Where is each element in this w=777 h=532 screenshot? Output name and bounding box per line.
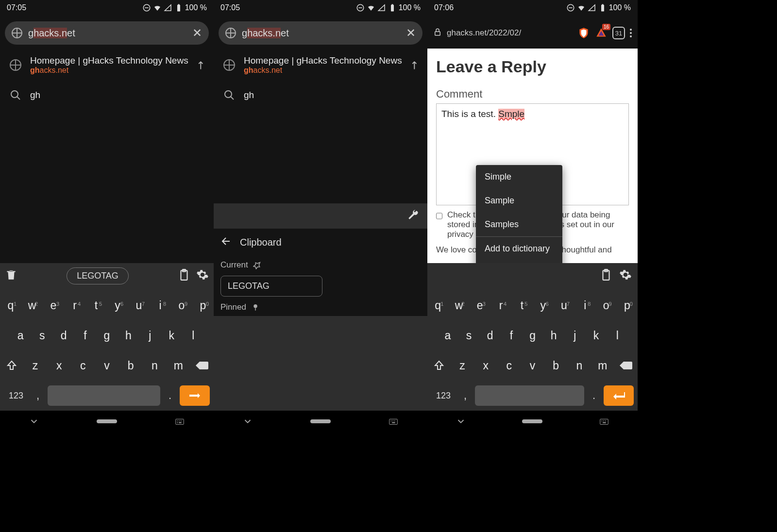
insert-arrow-icon[interactable]: ↖ [406, 57, 422, 72]
insert-arrow-icon[interactable]: ↖ [193, 57, 208, 72]
back-icon[interactable] [220, 235, 232, 249]
key-c[interactable]: c [497, 359, 521, 372]
misspelled-word[interactable]: Smple [498, 109, 524, 119]
nav-down-icon[interactable] [242, 416, 253, 427]
key-p[interactable]: 0p [617, 299, 638, 312]
key-c[interactable]: c [71, 359, 95, 372]
key-b[interactable]: b [119, 359, 143, 372]
period-key[interactable]: . [163, 389, 177, 402]
address-bar[interactable]: ghacks.net/2022/02/ 16 31 [430, 21, 635, 45]
key-v[interactable]: v [521, 359, 544, 372]
key-x[interactable]: x [47, 359, 71, 372]
url-text[interactable]: ghacks.net [242, 28, 400, 39]
key-u[interactable]: 7u [554, 299, 574, 312]
key-e[interactable]: 3e [470, 299, 490, 312]
key-t[interactable]: 5t [85, 299, 107, 312]
address-bar[interactable]: ghacks.net ✕ [219, 21, 422, 45]
nav-down-icon[interactable] [29, 416, 39, 427]
key-k[interactable]: k [161, 329, 182, 342]
address-bar[interactable]: ghacks.net ✕ [5, 21, 209, 45]
menu-item-sample[interactable]: Sample [476, 189, 562, 213]
clipboard-icon[interactable] [600, 268, 612, 283]
menu-item-simple[interactable]: Simple [476, 165, 562, 189]
consent-checkbox[interactable] [436, 212, 442, 220]
key-g[interactable]: g [96, 329, 118, 342]
key-x[interactable]: x [474, 359, 497, 372]
comma-key[interactable]: , [31, 389, 45, 402]
brave-rewards-icon[interactable]: 16 [595, 27, 608, 39]
space-key[interactable] [48, 385, 160, 406]
suggestion-search[interactable]: gh [0, 82, 214, 109]
clipboard-chip[interactable]: LEGOTAG [67, 267, 129, 284]
key-a[interactable]: a [437, 329, 458, 342]
shift-key[interactable] [427, 360, 451, 371]
key-a[interactable]: a [10, 329, 31, 342]
key-d[interactable]: d [53, 329, 74, 342]
key-n[interactable]: n [143, 359, 167, 372]
key-d[interactable]: d [479, 329, 501, 342]
key-h[interactable]: h [543, 329, 564, 342]
key-n[interactable]: n [568, 359, 591, 372]
numeric-key[interactable]: 123 [4, 391, 28, 401]
backspace-key[interactable] [614, 360, 638, 371]
key-s[interactable]: s [458, 329, 480, 342]
nav-keyboard-icon[interactable] [388, 416, 399, 427]
key-o[interactable]: 9o [171, 299, 192, 312]
brave-shield-icon[interactable] [577, 27, 590, 39]
key-y[interactable]: 6y [532, 299, 553, 312]
menu-icon[interactable] [630, 29, 632, 37]
nav-home-pill[interactable] [310, 419, 331, 423]
key-y[interactable]: 6y [107, 299, 128, 312]
url-text[interactable]: ghacks.net/2022/02/ [447, 28, 573, 38]
key-p[interactable]: 0p [192, 299, 214, 312]
key-o[interactable]: 9o [595, 299, 616, 312]
suggestion-history[interactable]: Homepage | gHacks Technology News ghacks… [214, 49, 427, 82]
key-e[interactable]: 3e [43, 299, 64, 312]
backspace-key[interactable] [190, 360, 214, 371]
suggestion-search[interactable]: gh [214, 82, 427, 109]
key-v[interactable]: v [95, 359, 118, 372]
tab-count[interactable]: 31 [612, 27, 625, 39]
gear-icon[interactable] [196, 268, 209, 283]
key-k[interactable]: k [586, 329, 607, 342]
comma-key[interactable]: , [458, 389, 472, 402]
numeric-key[interactable]: 123 [431, 391, 456, 401]
key-r[interactable]: 4r [64, 299, 85, 312]
key-f[interactable]: f [501, 329, 522, 342]
menu-item-delete[interactable]: Delete [476, 261, 562, 263]
key-j[interactable]: j [564, 329, 586, 342]
key-q[interactable]: 1q [0, 299, 21, 312]
key-m[interactable]: m [167, 359, 190, 372]
enter-key[interactable] [604, 385, 634, 406]
key-g[interactable]: g [522, 329, 543, 342]
space-key[interactable] [475, 385, 584, 406]
nav-keyboard-icon[interactable] [599, 416, 609, 427]
clear-icon[interactable]: ✕ [192, 26, 202, 40]
trash-icon[interactable] [5, 268, 17, 283]
key-s[interactable]: s [31, 329, 52, 342]
wrench-icon[interactable] [407, 209, 420, 223]
keyboard[interactable]: 1q 2w 3e 4r 5t 6y 7u 8i 9o 0p a s d f g … [0, 288, 214, 411]
key-z[interactable]: z [23, 359, 47, 372]
nav-keyboard-icon[interactable] [174, 416, 185, 427]
key-i[interactable]: 8i [574, 299, 595, 312]
clipboard-icon[interactable] [178, 268, 190, 283]
url-text[interactable]: ghacks.net [28, 28, 186, 39]
key-z[interactable]: z [451, 359, 474, 372]
nav-down-icon[interactable] [456, 416, 466, 427]
shift-key[interactable] [0, 360, 23, 371]
key-w[interactable]: 2w [21, 299, 43, 312]
clipboard-item[interactable]: LEGOTAG [220, 276, 322, 297]
gear-icon[interactable] [619, 268, 632, 283]
key-h[interactable]: h [118, 329, 139, 342]
key-r[interactable]: 4r [490, 299, 511, 312]
key-t[interactable]: 5t [511, 299, 532, 312]
clear-icon[interactable]: ✕ [406, 26, 416, 40]
period-key[interactable]: . [587, 389, 601, 402]
key-q[interactable]: 1q [427, 299, 448, 312]
key-b[interactable]: b [544, 359, 568, 372]
go-key[interactable] [180, 385, 210, 406]
key-f[interactable]: f [74, 329, 96, 342]
key-m[interactable]: m [591, 359, 614, 372]
key-l[interactable]: l [183, 329, 204, 342]
